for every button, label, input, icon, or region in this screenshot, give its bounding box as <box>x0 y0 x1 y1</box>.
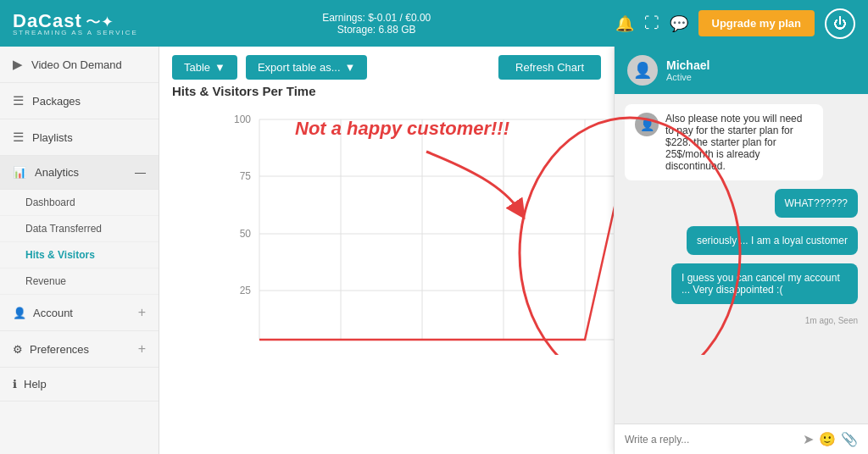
logo-wave: 〜✦ <box>86 14 114 30</box>
main-layout: ▶ Video On Demand ☰ Packages ☰ Playlists… <box>0 47 868 454</box>
emoji-icon[interactable]: 🙂 <box>819 431 836 447</box>
account-icon: 👤 <box>13 307 26 319</box>
expand-icon[interactable]: ⛶ <box>644 14 659 32</box>
upgrade-button[interactable]: Upgrade my plan <box>698 10 815 36</box>
svg-text:50: 50 <box>240 228 252 240</box>
notification-icon[interactable]: 🔔 <box>615 14 634 33</box>
main-content-area: Table ▼ Export table as... ▼ Range Refre… <box>159 47 868 454</box>
msg-text-2: WHAT?????? <box>785 197 848 209</box>
earnings-info: Earnings: $-0.01 / €0.00 Storage: 6.88 G… <box>322 12 431 36</box>
chat-timestamp: 1m ago, Seen <box>625 316 858 325</box>
preferences-label: Preferences <box>30 343 89 356</box>
chat-user-info: Michael Active <box>666 58 709 82</box>
analytics-collapse-icon: — <box>135 166 146 179</box>
svg-text:100: 100 <box>234 114 251 125</box>
account-plus-icon[interactable]: + <box>138 305 146 320</box>
chat-header: 👤 Michael Active <box>615 47 868 94</box>
chat-messages: 👤 Also please note you will need to pay … <box>615 94 868 424</box>
sender-avatar: 👤 <box>635 113 659 136</box>
sidebar-sub-dashboard[interactable]: Dashboard <box>0 190 159 216</box>
sidebar-item-analytics[interactable]: 📊 Analytics — <box>0 156 159 190</box>
account-label: Account <box>33 307 73 319</box>
sidebar-item-video-on-demand[interactable]: ▶ Video On Demand <box>0 47 159 83</box>
hits-visitors-label: Hits & Visitors <box>25 249 95 261</box>
sidebar-item-preferences[interactable]: ⚙ Preferences + <box>0 331 159 368</box>
sidebar-sub-data-transferred[interactable]: Data Transferred <box>0 216 159 242</box>
chat-input-icons: ➤ 🙂 📎 <box>803 431 858 447</box>
chat-message-sent-1: WHAT?????? <box>775 189 858 218</box>
chat-message-sent-3: I guess you can cancel my account ... Ve… <box>671 263 858 304</box>
sidebar-item-help[interactable]: ℹ Help <box>0 368 159 401</box>
sidebar-item-packages[interactable]: ☰ Packages <box>0 83 159 119</box>
chat-input-area: ➤ 🙂 📎 <box>615 424 868 454</box>
table-button[interactable]: Table ▼ <box>172 55 237 80</box>
data-transferred-label: Data Transferred <box>25 223 102 235</box>
svg-text:25: 25 <box>240 285 252 296</box>
table-dropdown-icon: ▼ <box>214 61 225 74</box>
analytics-icon: 📊 <box>13 166 26 179</box>
send-icon[interactable]: ➤ <box>803 431 814 447</box>
revenue-label: Revenue <box>25 275 66 287</box>
dashboard-label: Dashboard <box>25 197 75 208</box>
storage-text: Storage: 6.88 GB <box>322 24 431 36</box>
svg-text:75: 75 <box>240 170 252 182</box>
table-label: Table <box>184 61 210 74</box>
sidebar-sub-hits-visitors[interactable]: Hits & Visitors <box>0 242 159 269</box>
preferences-plus-icon[interactable]: + <box>138 341 146 357</box>
sidebar-item-playlists[interactable]: ☰ Playlists <box>0 119 159 156</box>
chat-reply-input[interactable] <box>625 434 796 446</box>
sidebar-sub-revenue[interactable]: Revenue <box>0 269 159 295</box>
sidebar-label-analytics: Analytics <box>35 166 79 179</box>
attach-icon[interactable]: 📎 <box>841 431 858 447</box>
logo: DaCast 〜✦ STREAMING AS A SERVICE <box>13 10 138 36</box>
msg-text-1: Also please note you will need to pay fo… <box>665 113 813 172</box>
packages-icon: ☰ <box>13 93 24 108</box>
sidebar: ▶ Video On Demand ☰ Packages ☰ Playlists… <box>0 47 159 454</box>
refresh-button[interactable]: Refresh Chart <box>498 55 601 80</box>
playlists-icon: ☰ <box>13 130 24 145</box>
export-button[interactable]: Export table as... ▼ <box>246 55 367 80</box>
logo-subtitle: STREAMING AS A SERVICE <box>13 29 138 36</box>
chat-icon[interactable]: 💬 <box>670 14 688 33</box>
chat-user-status: Active <box>666 72 709 82</box>
sidebar-label-video: Video On Demand <box>31 58 122 71</box>
logo-area: DaCast 〜✦ STREAMING AS A SERVICE <box>13 10 138 36</box>
header-right: 🔔 ⛶ 💬 Upgrade my plan ⏻ <box>615 8 855 39</box>
export-dropdown-icon: ▼ <box>345 61 356 74</box>
chat-user-avatar: 👤 <box>627 55 658 86</box>
chat-panel: 👤 Michael Active 👤 Also please note you … <box>614 47 868 454</box>
earnings-text: Earnings: $-0.01 / €0.00 <box>322 12 431 24</box>
help-label: Help <box>24 378 47 390</box>
sidebar-item-account[interactable]: 👤 Account + <box>0 295 159 331</box>
power-button[interactable]: ⏻ <box>825 8 855 39</box>
chat-user-name: Michael <box>666 58 709 72</box>
video-icon: ▶ <box>13 57 23 72</box>
msg-text-3: seriously ... I am a loyal customer <box>697 235 848 246</box>
app-header: DaCast 〜✦ STREAMING AS A SERVICE Earning… <box>0 0 868 47</box>
chat-message-sent-2: seriously ... I am a loyal customer <box>687 226 858 255</box>
sidebar-label-playlists: Playlists <box>32 131 73 144</box>
preferences-icon: ⚙ <box>13 343 23 356</box>
sidebar-label-packages: Packages <box>32 95 81 108</box>
help-icon: ℹ <box>13 378 17 390</box>
export-label: Export table as... <box>258 61 341 74</box>
chat-message-received-1: 👤 Also please note you will need to pay … <box>625 104 823 180</box>
msg-text-4: I guess you can cancel my account ... Ve… <box>682 272 848 296</box>
